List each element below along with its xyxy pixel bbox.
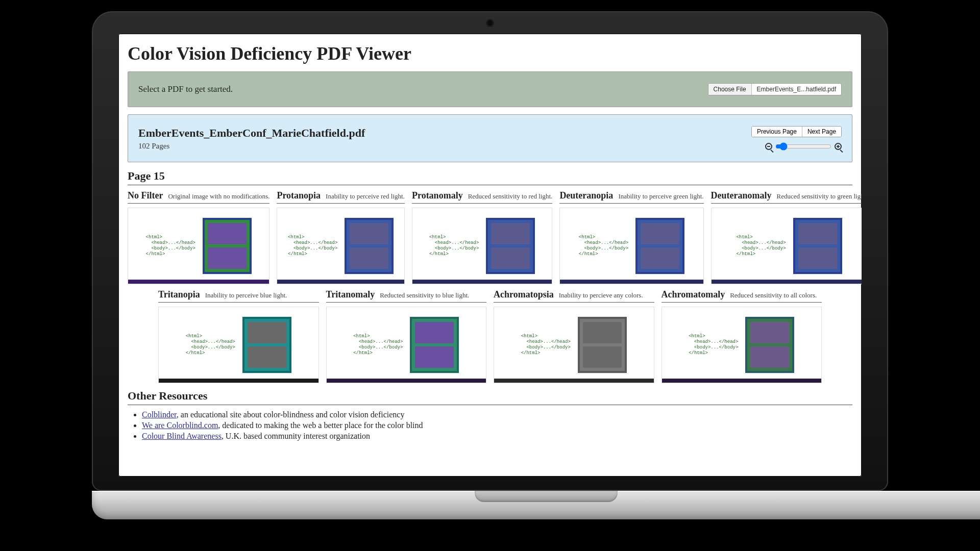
filter-description: Reduced sensitivity to all colors.	[730, 291, 817, 299]
slide-preview: <html> <head>...</head> <body>...</body>…	[559, 208, 703, 284]
filter-header: AchromatomalyReduced sensitivity to all …	[662, 289, 822, 303]
choose-file-button[interactable]: Choose File	[708, 84, 752, 95]
page: Color Vision Deficiency PDF Viewer Selec…	[118, 34, 862, 447]
slide-pane	[415, 322, 454, 343]
zoom-out-icon[interactable]	[765, 143, 772, 150]
slide-pane	[750, 322, 789, 343]
slide-preview: <html> <head>...</head> <body>...</body>…	[662, 307, 822, 383]
divider	[128, 405, 852, 405]
laptop-mockup: Color Vision Deficiency PDF Viewer Selec…	[92, 11, 888, 519]
screen: Color Vision Deficiency PDF Viewer Selec…	[118, 34, 862, 477]
filter-description: Reducted sensitivity to blue light.	[380, 291, 469, 299]
laptop-lid: Color Vision Deficiency PDF Viewer Selec…	[92, 11, 888, 491]
slide-footer-strip	[128, 280, 269, 284]
resource-link[interactable]: Colour Blind Awareness	[142, 432, 222, 440]
camera-dot	[487, 20, 493, 26]
slide-pane	[641, 247, 679, 269]
slide-code-snippet: <html> <head>...</head> <body>...</body>…	[736, 235, 786, 258]
document-panel: EmberEvents_EmberConf_MarieChatfield.pdf…	[128, 114, 852, 162]
filter-description: Reduced sensitivity to red light.	[468, 192, 553, 201]
slide-pane	[415, 346, 454, 368]
slide-pane	[208, 247, 247, 269]
slide-box	[410, 317, 459, 373]
slide-pane	[641, 223, 679, 244]
slide-preview: <html> <head>...</head> <body>...</body>…	[711, 208, 862, 284]
slide-pane	[491, 247, 530, 269]
slide-pane	[798, 247, 837, 269]
slide-footer-strip	[412, 280, 552, 284]
filter-cell: No FilterOriginal image with no modifica…	[128, 190, 270, 284]
filter-description: Inability to perceive blue light.	[205, 291, 287, 299]
resource-link[interactable]: We are Colorblind.com	[142, 421, 218, 430]
zoom-in-icon[interactable]	[835, 143, 842, 150]
previous-page-button[interactable]: Previous Page	[752, 127, 802, 137]
page-title: Color Vision Deficiency PDF Viewer	[128, 43, 852, 64]
filter-header: ProtanomalyReduced sensitivity to red li…	[412, 190, 552, 204]
filter-name: Achromatomaly	[662, 289, 725, 300]
resources-heading: Other Resources	[128, 389, 852, 403]
slide-box	[203, 218, 252, 274]
resources-section: Other Resources Colblinder, an education…	[128, 389, 852, 441]
filter-name: Protanopia	[277, 190, 321, 201]
stage: Color Vision Deficiency PDF Viewer Selec…	[0, 0, 980, 551]
slide-footer-strip	[159, 379, 318, 383]
filter-header: ProtanopiaInability to perceive red ligh…	[277, 190, 405, 204]
zoom-control	[765, 142, 842, 151]
slide-code-snippet: <html> <head>...</head> <body>...</body>…	[146, 235, 195, 258]
document-meta: EmberEvents_EmberConf_MarieChatfield.pdf…	[138, 127, 365, 151]
slide-pane	[350, 223, 388, 244]
slide-preview: <html> <head>...</head> <body>...</body>…	[128, 208, 270, 284]
slide-code-snippet: <html> <head>...</head> <body>...</body>…	[689, 334, 738, 357]
filter-cell: TritanopiaInability to perceive blue lig…	[158, 289, 319, 383]
filter-description: Original image with no modifications.	[168, 192, 270, 201]
slide-preview: <html> <head>...</head> <body>...</body>…	[494, 307, 654, 383]
filter-cell: AchromatopsiaInability to percieve any c…	[494, 289, 654, 383]
zoom-slider[interactable]	[775, 142, 831, 151]
slide-preview: <html> <head>...</head> <body>...</body>…	[158, 307, 319, 383]
next-page-button[interactable]: Next Page	[802, 127, 841, 137]
slide-code-snippet: <html> <head>...</head> <body>...</body>…	[288, 235, 337, 258]
resources-list: Colblinder, an educational site about co…	[142, 410, 852, 441]
slide-pane	[208, 223, 247, 244]
slide-footer-strip	[494, 379, 654, 383]
slide-code-snippet: <html> <head>...</head> <body>...</body>…	[186, 334, 235, 357]
filter-name: Deuteranomaly	[711, 190, 772, 201]
filter-cell: DeuteranopiaInability to perceive green …	[559, 190, 703, 284]
filter-header: No FilterOriginal image with no modifica…	[128, 190, 270, 204]
filter-grid-row-2: TritanopiaInability to perceive blue lig…	[128, 289, 852, 383]
resource-item: Colblinder, an educational site about co…	[142, 410, 852, 419]
filter-cell: TritanomalyReducted sensitivity to blue …	[326, 289, 487, 383]
slide-pane	[248, 346, 286, 368]
slide-pane	[248, 322, 286, 343]
filter-grid-row-1: No FilterOriginal image with no modifica…	[128, 190, 852, 284]
slide-pane	[491, 223, 530, 244]
slide-box	[578, 317, 627, 373]
resource-link[interactable]: Colblinder	[142, 410, 177, 419]
filter-description: Reduced sensitivity to green light.	[777, 192, 862, 201]
file-picker[interactable]: Choose File EmberEvents_E...hatfield.pdf	[708, 83, 842, 95]
page-controls: Previous Page Next Page	[751, 126, 842, 151]
filter-name: Tritanopia	[158, 289, 200, 300]
filter-header: DeuteranopiaInability to perceive green …	[559, 190, 703, 204]
filter-description: Inability to percieve any colors.	[559, 291, 643, 299]
slide-pane	[583, 322, 622, 343]
filter-name: No Filter	[128, 190, 163, 201]
filter-cell: AchromatomalyReduced sensitivity to all …	[662, 289, 822, 383]
slide-footer-strip	[662, 379, 822, 383]
filter-header: DeuteranomalyReduced sensitivity to gree…	[711, 190, 862, 204]
slide-preview: <html> <head>...</head> <body>...</body>…	[277, 208, 405, 284]
laptop-base	[92, 491, 980, 519]
filter-name: Tritanomaly	[326, 289, 375, 300]
slide-footer-strip	[560, 280, 703, 284]
filter-name: Protanomaly	[412, 190, 463, 201]
filter-header: AchromatopsiaInability to percieve any c…	[494, 289, 654, 303]
filter-description: Inability to perceive red light.	[326, 192, 405, 201]
slide-box	[745, 317, 794, 373]
divider	[128, 185, 852, 185]
slide-preview: <html> <head>...</head> <body>...</body>…	[412, 208, 552, 284]
slide-code-snippet: <html> <head>...</head> <body>...</body>…	[521, 334, 571, 357]
slide-code-snippet: <html> <head>...</head> <body>...</body>…	[353, 334, 403, 357]
filter-name: Achromatopsia	[494, 289, 554, 300]
filter-name: Deuteranopia	[559, 190, 613, 201]
slide-box	[242, 317, 291, 373]
